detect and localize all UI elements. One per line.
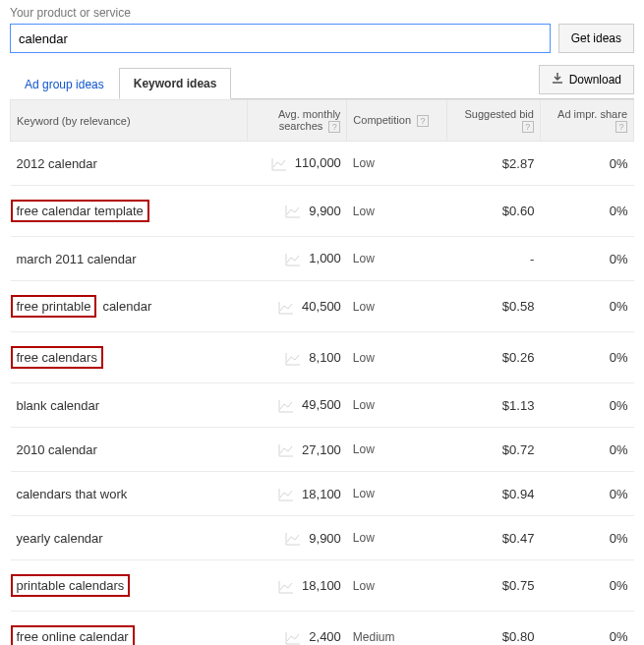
competition-value: Low (347, 142, 446, 186)
competition-value: Low (347, 332, 446, 383)
col-keyword[interactable]: Keyword (by relevance) (11, 100, 248, 142)
table-row: printable calendars18,100Low$0.750% (11, 560, 634, 612)
competition-value: Medium (347, 612, 446, 645)
competition-value: Low (347, 428, 446, 472)
col-competition-label: Competition (353, 114, 411, 126)
searches-value: 49,500 (302, 397, 341, 412)
keyword-text[interactable]: 2012 calendar (17, 156, 97, 171)
tab-ad-group-ideas[interactable]: Ad group ideas (10, 69, 119, 99)
table-row: yearly calendar9,900Low$0.470% (11, 516, 634, 560)
trend-chart-icon[interactable] (285, 631, 301, 645)
trend-chart-icon[interactable] (285, 205, 301, 218)
competition-value: Low (347, 516, 446, 560)
searches-value: 2,400 (309, 629, 341, 644)
keyword-text[interactable]: free calendars (17, 350, 97, 365)
impr-value: 0% (540, 237, 633, 281)
help-icon[interactable]: ? (615, 121, 627, 133)
competition-value: Low (347, 237, 446, 281)
help-icon[interactable]: ? (328, 121, 340, 133)
bid-value: $0.80 (446, 612, 540, 645)
searches-value: 9,900 (309, 531, 341, 546)
bid-value: $0.47 (446, 516, 540, 560)
keyword-text[interactable]: 2010 calendar (17, 442, 97, 457)
keyword-table: Keyword (by relevance) Avg. monthly sear… (10, 99, 634, 645)
keyword-text[interactable]: free online calendar (17, 629, 129, 644)
impr-value: 0% (540, 560, 633, 612)
table-row: calendars that work18,100Low$0.940% (11, 472, 634, 516)
table-row: free printable calendar40,500Low$0.580% (11, 281, 634, 332)
keyword-highlight: free calendar template (11, 200, 149, 222)
keyword-text[interactable]: blank calendar (17, 398, 100, 413)
bid-value: $0.75 (446, 560, 540, 612)
impr-value: 0% (540, 472, 633, 516)
impr-value: 0% (540, 612, 633, 645)
search-input[interactable] (10, 24, 551, 53)
impr-value: 0% (540, 516, 633, 560)
download-label: Download (569, 73, 621, 87)
col-bid-label: Suggested bid (465, 108, 534, 120)
searches-value: 9,900 (309, 204, 341, 218)
field-label: Your product or service (0, 0, 644, 24)
bid-value: $2.87 (446, 142, 540, 186)
searches-value: 40,500 (302, 299, 341, 314)
trend-chart-icon[interactable] (278, 580, 294, 594)
keyword-text[interactable]: free calendar template (17, 204, 144, 218)
competition-value: Low (347, 383, 446, 428)
table-row: blank calendar49,500Low$1.130% (11, 383, 634, 428)
col-competition[interactable]: Competition ? (347, 100, 446, 142)
tabs-bar: Ad group ideas Keyword ideas Download (10, 65, 634, 99)
trend-chart-icon[interactable] (278, 301, 294, 315)
bid-value: - (446, 237, 540, 281)
keyword-text[interactable]: calendar (102, 299, 151, 314)
help-icon[interactable]: ? (522, 121, 534, 133)
keyword-highlight: printable calendars (11, 574, 131, 597)
impr-value: 0% (540, 142, 633, 186)
trend-chart-icon[interactable] (278, 488, 294, 501)
table-row: march 2011 calendar1,000Low-0% (11, 237, 634, 281)
trend-chart-icon[interactable] (271, 157, 287, 171)
bid-value: $1.13 (446, 383, 540, 428)
trend-chart-icon[interactable] (285, 352, 301, 366)
keyword-highlight: free calendars (11, 346, 103, 369)
table-row: 2012 calendar110,000Low$2.870% (11, 142, 634, 186)
bid-value: $0.26 (446, 332, 540, 383)
impr-value: 0% (540, 281, 633, 332)
help-icon[interactable]: ? (417, 115, 429, 127)
searches-value: 110,000 (295, 155, 341, 170)
bid-value: $0.58 (446, 281, 540, 332)
download-button[interactable]: Download (539, 65, 634, 94)
keyword-highlight: free printable (11, 295, 97, 318)
competition-value: Low (347, 186, 446, 237)
trend-chart-icon[interactable] (278, 443, 294, 457)
tab-keyword-ideas[interactable]: Keyword ideas (119, 68, 232, 99)
col-bid[interactable]: Suggested bid ? (446, 100, 540, 142)
keyword-text[interactable]: yearly calendar (17, 531, 103, 546)
keyword-highlight: free online calendar (11, 625, 135, 645)
impr-value: 0% (540, 383, 633, 428)
competition-value: Low (347, 560, 446, 612)
searches-value: 8,100 (309, 350, 341, 365)
keyword-text[interactable]: calendars that work (17, 487, 128, 501)
competition-value: Low (347, 281, 446, 332)
searches-value: 27,100 (302, 442, 341, 457)
impr-value: 0% (540, 332, 633, 383)
trend-chart-icon[interactable] (285, 253, 301, 266)
searches-value: 1,000 (309, 251, 341, 265)
table-row: free online calendar2,400Medium$0.800% (11, 612, 634, 645)
impr-value: 0% (540, 186, 633, 237)
col-impr[interactable]: Ad impr. share ? (540, 100, 633, 142)
trend-chart-icon[interactable] (278, 399, 294, 413)
col-impr-label: Ad impr. share (557, 108, 627, 120)
keyword-text[interactable]: printable calendars (17, 578, 125, 593)
get-ideas-button[interactable]: Get ideas (558, 24, 634, 53)
bid-value: $0.72 (446, 428, 540, 472)
table-row: 2010 calendar27,100Low$0.720% (11, 428, 634, 472)
trend-chart-icon[interactable] (285, 532, 301, 546)
bid-value: $0.94 (446, 472, 540, 516)
search-row: Get ideas (0, 24, 644, 65)
competition-value: Low (347, 472, 446, 516)
col-searches[interactable]: Avg. monthly searches ? (247, 100, 346, 142)
table-row: free calendars8,100Low$0.260% (11, 332, 634, 383)
searches-value: 18,100 (302, 487, 341, 501)
keyword-text[interactable]: march 2011 calendar (17, 252, 137, 266)
